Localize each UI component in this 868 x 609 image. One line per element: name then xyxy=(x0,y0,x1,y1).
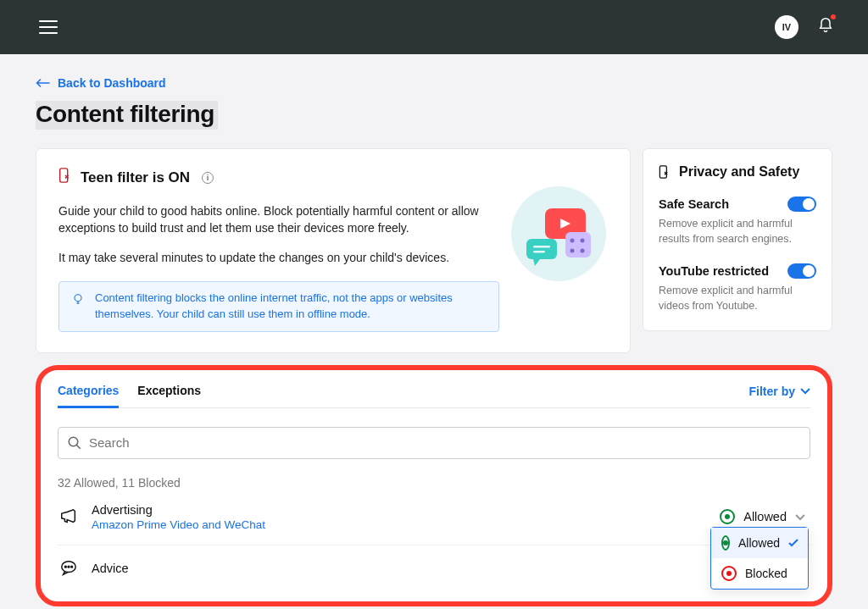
category-status-label: Allowed xyxy=(743,510,787,523)
svg-point-19 xyxy=(71,566,73,567)
check-icon xyxy=(788,536,798,550)
category-title: Advice xyxy=(92,562,810,575)
safe-search-description: Remove explicit and harmful results from… xyxy=(659,217,816,246)
youtube-restricted-label: YouTube restricted xyxy=(659,264,769,278)
category-title: Advertising xyxy=(92,503,708,517)
svg-rect-13 xyxy=(533,251,545,253)
svg-point-17 xyxy=(64,566,66,567)
svg-point-8 xyxy=(570,249,575,253)
speech-bubble-icon xyxy=(58,559,80,578)
teen-filter-title: Teen filter is ON xyxy=(81,169,190,186)
youtube-restricted-toggle[interactable] xyxy=(787,263,816,279)
svg-point-15 xyxy=(69,437,78,446)
notification-dot-icon xyxy=(831,14,836,19)
svg-point-6 xyxy=(570,239,575,243)
allowed-blocked-counts: 32 Allowed, 11 Blocked xyxy=(58,476,810,490)
lightbulb-icon xyxy=(71,292,85,306)
search-input[interactable] xyxy=(89,435,801,450)
svg-point-9 xyxy=(581,249,585,253)
safe-search-label: Safe Search xyxy=(659,197,729,211)
privacy-safety-card: Privacy and Safety Safe Search Remove ex… xyxy=(643,148,832,331)
category-row-advertising: Advertising Amazon Prime Video and WeCha… xyxy=(58,490,810,545)
safe-search-toggle[interactable] xyxy=(787,197,816,212)
svg-rect-10 xyxy=(526,239,557,259)
chevron-down-icon xyxy=(795,510,805,523)
filter-by-label: Filter by xyxy=(749,385,795,398)
dropdown-option-label: Blocked xyxy=(745,567,787,580)
teen-filter-description-1: Guide your child to good habits online. … xyxy=(58,202,482,237)
teen-filter-description-2: It may take several minutes to update th… xyxy=(58,249,482,266)
svg-rect-12 xyxy=(533,246,550,248)
arrow-left-icon xyxy=(36,77,51,89)
topbar: IV xyxy=(0,0,868,54)
back-link-label: Back to Dashboard xyxy=(58,76,166,90)
status-blocked-icon xyxy=(721,566,737,581)
svg-rect-5 xyxy=(565,232,591,257)
filter-device-icon xyxy=(58,168,72,187)
youtube-restricted-description: Remove explicit and harmful videos from … xyxy=(659,284,816,313)
status-allowed-icon xyxy=(720,509,735,524)
dropdown-option-label: Allowed xyxy=(738,536,780,550)
info-alert: Content filtering blocks the online inte… xyxy=(58,281,499,332)
category-status-selector[interactable]: Allowed xyxy=(720,509,810,524)
avatar-initials: IV xyxy=(782,22,791,32)
category-sublink[interactable]: Amazon Prime Video and WeChat xyxy=(92,518,708,531)
status-dropdown: Allowed Blocked xyxy=(710,527,809,590)
avatar[interactable]: IV xyxy=(775,15,798,39)
hamburger-menu-button[interactable] xyxy=(39,20,58,34)
info-tooltip-button[interactable]: i xyxy=(202,172,214,184)
teen-filter-card: Teen filter is ON i Guide your child to … xyxy=(36,148,631,353)
search-box[interactable] xyxy=(58,427,810,459)
tab-categories[interactable]: Categories xyxy=(58,384,119,408)
dropdown-option-allowed[interactable]: Allowed xyxy=(711,528,808,558)
privacy-heading: Privacy and Safety xyxy=(679,164,799,180)
illustration-icon xyxy=(508,183,609,288)
megaphone-icon xyxy=(58,507,80,526)
back-to-dashboard-link[interactable]: Back to Dashboard xyxy=(36,76,166,90)
svg-point-7 xyxy=(581,239,585,243)
svg-point-1 xyxy=(75,295,81,302)
search-icon xyxy=(67,435,82,451)
tab-exceptions[interactable]: Exceptions xyxy=(137,384,201,407)
privacy-device-icon xyxy=(659,165,670,179)
svg-point-18 xyxy=(68,566,70,567)
status-allowed-icon xyxy=(721,535,730,551)
category-row-advice: Advice xyxy=(58,545,810,591)
categories-panel: Categories Exceptions Filter by 32 Allow… xyxy=(36,365,832,606)
filter-by-button[interactable]: Filter by xyxy=(749,385,810,407)
chevron-down-icon xyxy=(800,388,810,395)
notifications-button[interactable] xyxy=(817,16,834,38)
dropdown-option-blocked[interactable]: Blocked xyxy=(711,558,808,589)
info-alert-text: Content filtering blocks the online inte… xyxy=(95,291,487,323)
svg-rect-14 xyxy=(659,166,666,178)
svg-rect-0 xyxy=(60,169,68,182)
page-title: Content filtering xyxy=(36,101,832,130)
